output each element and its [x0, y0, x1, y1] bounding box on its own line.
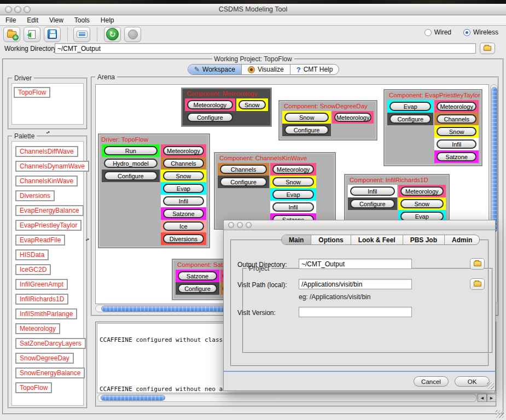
- palette-item[interactable]: ChannelsKinWave: [15, 176, 78, 186]
- port-button-infil[interactable]: Infil: [350, 186, 395, 196]
- dialog-tab-pbs-job[interactable]: PBS Job: [403, 235, 444, 244]
- palette-item[interactable]: SnowEnergyBalance: [15, 368, 85, 378]
- palette-item[interactable]: TopoFlow: [15, 382, 52, 393]
- port-button-meteorology[interactable]: Meteorology: [437, 102, 476, 111]
- palette-item[interactable]: IceGC2D: [15, 264, 51, 275]
- split-divider-handle[interactable]: [46, 131, 50, 134]
- visit-version-input[interactable]: [299, 307, 412, 317]
- port-button-meteorology[interactable]: Meteorology: [187, 100, 233, 109]
- dialog-minimize-button[interactable]: [237, 222, 243, 228]
- palette-item[interactable]: InfilGreenAmpt: [15, 279, 68, 290]
- palette-item[interactable]: HISData: [15, 249, 49, 260]
- configure-button[interactable]: Configure: [389, 114, 431, 124]
- window-resize-grip[interactable]: [496, 410, 504, 418]
- output-directory-input[interactable]: [299, 259, 412, 269]
- port-button-evap[interactable]: Evap: [163, 184, 204, 193]
- wireless-radio[interactable]: Wireless: [463, 28, 498, 36]
- port-button-satzone[interactable]: Satzone: [437, 152, 476, 161]
- visit-path-browse-button[interactable]: [470, 278, 485, 290]
- configure-button[interactable]: Configure: [178, 284, 217, 293]
- port-button-snow[interactable]: Snow: [163, 171, 204, 180]
- configure-button[interactable]: Configure: [187, 113, 233, 122]
- port-button-diversions[interactable]: Diversions: [163, 234, 204, 243]
- palette-item[interactable]: Diversions: [15, 190, 55, 201]
- dialog-tab-admin[interactable]: Admin: [444, 235, 479, 244]
- configure-button[interactable]: Configure: [284, 125, 329, 135]
- configure-button[interactable]: Configure: [350, 199, 395, 208]
- configure-button[interactable]: Configure: [220, 177, 267, 186]
- palette-item[interactable]: InfilRichards1D: [15, 294, 68, 305]
- menu-view[interactable]: View: [44, 16, 69, 24]
- save-button[interactable]: [44, 27, 61, 42]
- visit-path-input[interactable]: [299, 279, 412, 289]
- palette-item[interactable]: EvapEnergyBalance: [15, 205, 84, 216]
- port-button-infil[interactable]: Infil: [163, 196, 204, 206]
- port-button-meteorology[interactable]: Meteorology: [400, 186, 444, 196]
- port-button-meteorology[interactable]: Meteorology: [163, 146, 204, 155]
- palette-item[interactable]: SatZoneDarcyLayers: [15, 338, 86, 349]
- port-button-channels[interactable]: Channels: [163, 159, 204, 168]
- dialog-close-button[interactable]: [228, 222, 234, 228]
- port-button-snow[interactable]: Snow: [437, 127, 476, 136]
- driver-item-topoflow[interactable]: TopoFlow: [14, 87, 50, 98]
- component-box-infilrichards1d[interactable]: Component: InfilRichards1D Infil Configu…: [344, 174, 450, 226]
- port-button-snow[interactable]: Snow: [400, 199, 444, 208]
- record-button[interactable]: [124, 27, 141, 42]
- scroll-right-arrow-button[interactable]: ▶: [487, 394, 496, 402]
- tab-workspace[interactable]: ✎ Workspace: [188, 65, 241, 74]
- menu-help[interactable]: Help: [95, 16, 120, 24]
- palette-item[interactable]: ChannelsDynamWave: [15, 161, 89, 172]
- menu-edit[interactable]: Edit: [21, 16, 44, 24]
- palette-item[interactable]: Meteorology: [15, 323, 60, 334]
- palette-item[interactable]: ChannelsDiffWave: [15, 146, 78, 157]
- dialog-tab-options[interactable]: Options: [311, 235, 350, 244]
- dialog-zoom-button[interactable]: [246, 222, 252, 228]
- port-button-satzone[interactable]: Satzone: [178, 271, 217, 281]
- working-directory-input[interactable]: [55, 43, 476, 54]
- console-horizontal-scrollbar-thumb[interactable]: [101, 395, 165, 401]
- ok-button[interactable]: OK: [455, 376, 490, 387]
- port-button-channels[interactable]: Channels: [437, 114, 476, 124]
- component-box-channelskinwave[interactable]: Component: ChannelsKinWave Channels Conf…: [214, 152, 336, 230]
- hydro-model-button[interactable]: Hydro_model: [104, 159, 158, 168]
- console-view-button[interactable]: [73, 27, 90, 42]
- run-button[interactable]: Run: [104, 146, 158, 155]
- output-directory-browse-button[interactable]: [470, 258, 485, 270]
- new-project-button[interactable]: +: [3, 27, 20, 42]
- refresh-button[interactable]: ↻: [104, 27, 121, 42]
- port-button-evap[interactable]: Evap: [272, 190, 314, 199]
- component-box-evappriestleytaylor[interactable]: Component: EvapPriestleyTaylor Evap Conf…: [383, 89, 482, 166]
- port-button-snow[interactable]: Snow: [284, 113, 329, 122]
- port-button-evap[interactable]: Evap: [389, 102, 431, 111]
- port-button-meteorology[interactable]: Meteorology: [334, 113, 371, 122]
- import-button[interactable]: [24, 27, 40, 42]
- palette-item[interactable]: InfilSmithParlange: [15, 308, 77, 319]
- palette-item[interactable]: EvapReadFile: [15, 235, 65, 246]
- palette-item[interactable]: SnowDegreeDay: [15, 353, 74, 364]
- scroll-left-arrow-button[interactable]: ◀: [478, 394, 487, 402]
- port-button-ice[interactable]: Ice: [163, 221, 204, 231]
- port-button-infil[interactable]: Infil: [272, 202, 314, 212]
- cancel-button[interactable]: Cancel: [414, 376, 449, 387]
- port-button-channels[interactable]: Channels: [220, 165, 267, 174]
- arena-vertical-scrollbar-thumb[interactable]: [491, 87, 497, 232]
- wired-radio[interactable]: Wired: [424, 28, 451, 36]
- dialog-tab-look-and-feel[interactable]: Look & Feel: [351, 235, 403, 244]
- port-button-snow[interactable]: Snow: [239, 100, 266, 109]
- palette-item[interactable]: EvapPriestleyTaylor: [15, 220, 82, 231]
- component-box-meteorology[interactable]: Component: Meteorology Meteorology Confi…: [181, 88, 272, 127]
- dialog-tab-main[interactable]: Main: [282, 235, 311, 244]
- working-directory-browse-button[interactable]: [480, 43, 495, 54]
- component-box-snowdegreeday[interactable]: Component: SnowDegreeDay Snow Configure …: [278, 100, 377, 141]
- driver-box-topoflow[interactable]: Driver: TopoFlow Run Hydro_model Configu…: [98, 133, 210, 248]
- port-button-snow[interactable]: Snow: [272, 177, 314, 186]
- console-horizontal-scrollbar[interactable]: [97, 394, 477, 402]
- split-divider-handle[interactable]: [85, 238, 89, 241]
- port-button-satzone[interactable]: Satzone: [163, 209, 204, 218]
- dialog-resize-grip[interactable]: [487, 382, 494, 389]
- tab-visualize[interactable]: Visualize: [241, 65, 290, 74]
- configure-button[interactable]: Configure: [104, 171, 158, 180]
- menu-file[interactable]: File: [0, 16, 21, 24]
- tab-cmt-help[interactable]: ? CMT Help: [290, 65, 339, 74]
- port-button-infil[interactable]: Infil: [437, 139, 476, 149]
